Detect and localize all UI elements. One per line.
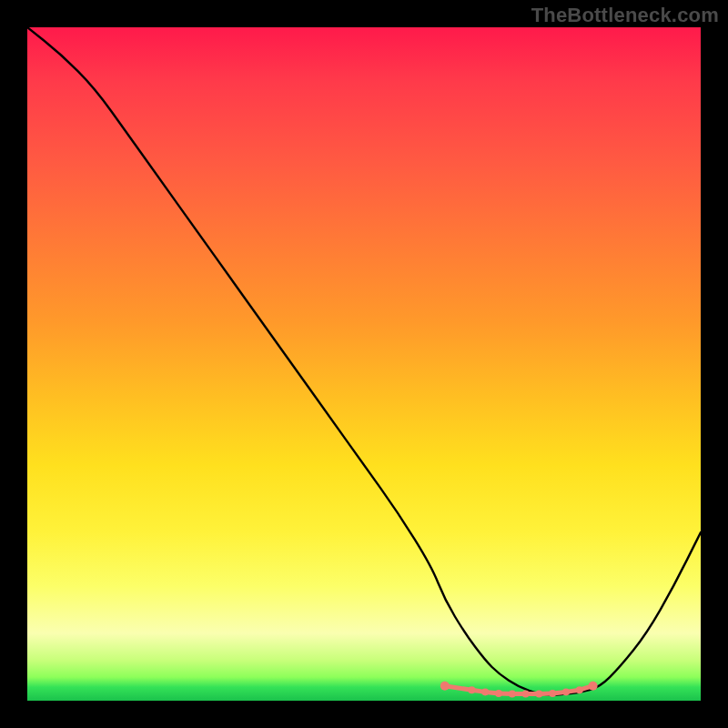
marker-connector	[566, 690, 580, 692]
marker-connector	[552, 692, 566, 693]
chart-frame: TheBottleneck.com	[0, 0, 728, 728]
bottleneck-curve	[27, 27, 701, 695]
marker-connector	[471, 690, 485, 692]
optimal-range-markers	[440, 682, 598, 698]
marker-dot	[440, 682, 450, 691]
marker-dot	[576, 686, 583, 693]
marker-dot	[522, 691, 530, 698]
marker-dot	[509, 691, 516, 698]
plot-area	[27, 27, 701, 701]
marker-dot	[481, 688, 489, 695]
watermark-text: TheBottleneck.com	[531, 4, 719, 27]
marker-connector	[539, 693, 552, 694]
chart-svg	[27, 27, 701, 701]
marker-connector	[499, 693, 512, 694]
marker-dot	[589, 682, 598, 691]
marker-dot	[535, 691, 542, 698]
marker-connector	[445, 686, 472, 691]
marker-dot	[549, 690, 556, 697]
marker-connector	[580, 686, 593, 691]
marker-dot	[562, 688, 570, 695]
marker-connector	[485, 692, 499, 693]
marker-dot	[468, 686, 475, 693]
marker-dot	[495, 690, 502, 697]
